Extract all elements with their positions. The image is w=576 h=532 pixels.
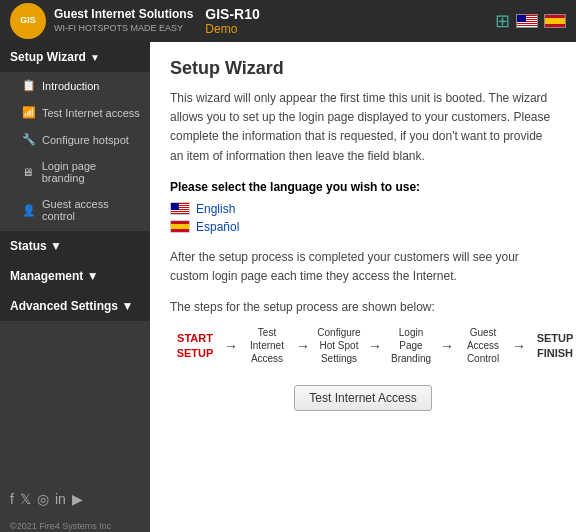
main-layout: Setup Wizard ▼ 📋 Introduction 📶 Test Int… bbox=[0, 42, 576, 532]
sidebar-item-test-internet[interactable]: 📶 Test Internet access bbox=[0, 99, 150, 126]
arrow-icon-2: → bbox=[296, 338, 310, 354]
intro-paragraph: This wizard will only appear the first t… bbox=[170, 89, 556, 166]
setup-wizard-menu[interactable]: Setup Wizard ▼ bbox=[0, 42, 150, 72]
es-flag-icon bbox=[170, 220, 190, 233]
english-link[interactable]: English bbox=[196, 202, 235, 216]
step-login-label: LoginPageBranding bbox=[386, 326, 436, 365]
arrow-icon-1: → bbox=[224, 338, 238, 354]
sidebar-item-label: Login page branding bbox=[42, 160, 140, 184]
step-start: STARTSETUP bbox=[170, 331, 220, 360]
demo-label: Demo bbox=[205, 22, 259, 36]
chevron-down-icon: ▼ bbox=[87, 269, 99, 283]
sidebar: Setup Wizard ▼ 📋 Introduction 📶 Test Int… bbox=[0, 42, 150, 532]
youtube-icon[interactable]: ▶ bbox=[72, 491, 83, 507]
brand-name: Guest Internet Solutions bbox=[54, 7, 193, 23]
step-login: LoginPageBranding bbox=[386, 326, 436, 365]
monitor-icon: 🖥 bbox=[22, 166, 36, 178]
flag-us-icon[interactable] bbox=[516, 14, 538, 28]
page-title: Setup Wizard bbox=[170, 58, 556, 79]
header-model: GIS-R10 Demo bbox=[205, 6, 259, 36]
step-start-label: STARTSETUP bbox=[170, 331, 220, 360]
sidebar-item-label: Test Internet access bbox=[42, 107, 140, 119]
status-label: Status bbox=[10, 239, 47, 253]
status-menu[interactable]: Status ▼ bbox=[0, 231, 150, 261]
us-flag-icon bbox=[170, 202, 190, 215]
lang-option-english[interactable]: English bbox=[170, 202, 556, 216]
logo-icon: GIS bbox=[10, 3, 46, 39]
step-guest-label: GuestAccessControl bbox=[458, 326, 508, 365]
lang-option-espanol[interactable]: Español bbox=[170, 220, 556, 234]
steps-intro: The steps for the setup process are show… bbox=[170, 300, 556, 314]
step-configure-label: ConfigureHot SpotSettings bbox=[314, 326, 364, 365]
logo-area: GIS Guest Internet Solutions WI-FI HOTSP… bbox=[10, 3, 193, 39]
espanol-link[interactable]: Español bbox=[196, 220, 239, 234]
content-area: Setup Wizard This wizard will only appea… bbox=[150, 42, 576, 532]
chevron-down-icon: ▼ bbox=[121, 299, 133, 313]
sidebar-item-login-branding[interactable]: 🖥 Login page branding bbox=[0, 153, 150, 191]
sidebar-item-guest-access[interactable]: 👤 Guest access control bbox=[0, 191, 150, 229]
chevron-down-icon: ▼ bbox=[90, 52, 100, 63]
step-test-label: TestInternetAccess bbox=[242, 326, 292, 365]
introduction-icon: 📋 bbox=[22, 79, 36, 92]
sidebar-item-label: Configure hotspot bbox=[42, 134, 129, 146]
step-finish-label: SETUPFINISH bbox=[530, 331, 576, 360]
instagram-icon[interactable]: ◎ bbox=[37, 491, 49, 507]
sidebar-item-configure-hotspot[interactable]: 🔧 Configure hotspot bbox=[0, 126, 150, 153]
network-icon[interactable]: ⊞ bbox=[495, 10, 510, 32]
header-right: ⊞ bbox=[495, 10, 566, 32]
user-icon: 👤 bbox=[22, 204, 36, 217]
arrow-icon-5: → bbox=[512, 338, 526, 354]
sidebar-item-introduction[interactable]: 📋 Introduction bbox=[0, 72, 150, 99]
wifi-icon: 📶 bbox=[22, 106, 36, 119]
management-label: Management bbox=[10, 269, 83, 283]
twitter-icon[interactable]: 𝕏 bbox=[20, 491, 31, 507]
chevron-down-icon: ▼ bbox=[50, 239, 62, 253]
lang-prompt: Please select the language you wish to u… bbox=[170, 180, 556, 194]
step-guest: GuestAccessControl bbox=[458, 326, 508, 365]
sidebar-item-label: Guest access control bbox=[42, 198, 140, 222]
logo-text: Guest Internet Solutions WI-FI HOTSPOTS … bbox=[54, 7, 193, 34]
step-configure: ConfigureHot SpotSettings bbox=[314, 326, 364, 365]
test-internet-access-button[interactable]: Test Internet Access bbox=[294, 385, 431, 411]
tagline: WI-FI HOTSPOTS MADE EASY bbox=[54, 23, 193, 35]
steps-flow: STARTSETUP → TestInternetAccess → Config… bbox=[170, 326, 556, 365]
test-button-wrap: Test Internet Access bbox=[170, 385, 556, 411]
linkedin-icon[interactable]: in bbox=[55, 491, 66, 507]
wrench-icon: 🔧 bbox=[22, 133, 36, 146]
arrow-icon-4: → bbox=[440, 338, 454, 354]
setup-wizard-label: Setup Wizard bbox=[10, 50, 86, 64]
copyright: ©2021 Fire4 Systems Inc bbox=[0, 517, 150, 532]
facebook-icon[interactable]: f bbox=[10, 491, 14, 507]
step-finish: SETUPFINISH bbox=[530, 331, 576, 360]
after-paragraph: After the setup process is completed you… bbox=[170, 248, 556, 286]
management-menu[interactable]: Management ▼ bbox=[0, 261, 150, 291]
advanced-label: Advanced Settings bbox=[10, 299, 118, 313]
language-options: English Español bbox=[170, 202, 556, 234]
social-icons: f 𝕏 ◎ in ▶ bbox=[0, 481, 150, 517]
advanced-settings-menu[interactable]: Advanced Settings ▼ bbox=[0, 291, 150, 321]
step-test: TestInternetAccess bbox=[242, 326, 292, 365]
model-number: GIS-R10 bbox=[205, 6, 259, 22]
sidebar-item-label: Introduction bbox=[42, 80, 99, 92]
arrow-icon-3: → bbox=[368, 338, 382, 354]
header: GIS Guest Internet Solutions WI-FI HOTSP… bbox=[0, 0, 576, 42]
flag-es-icon[interactable] bbox=[544, 14, 566, 28]
